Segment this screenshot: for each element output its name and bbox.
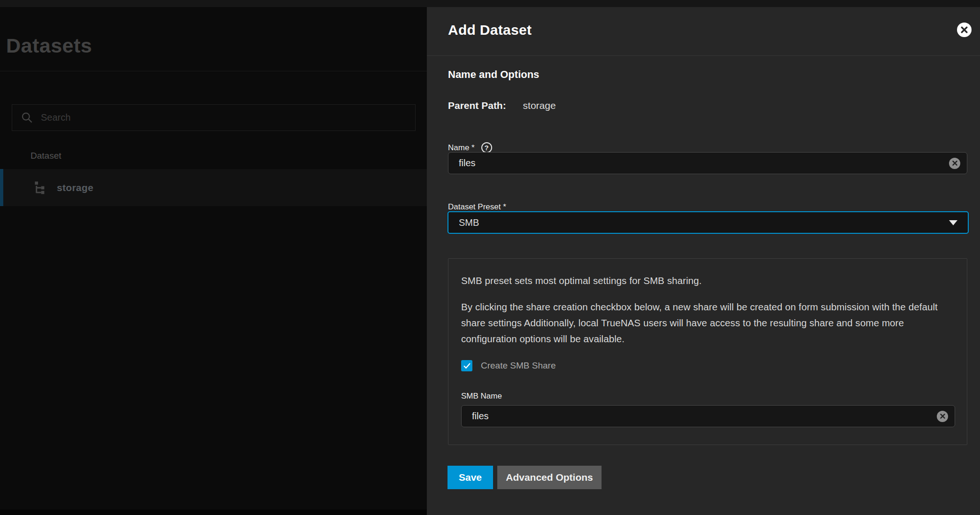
dataset-tree-icon	[32, 180, 47, 195]
form-actions: Save Advanced Options	[448, 466, 602, 489]
search-icon	[21, 111, 33, 124]
datasets-page-background: Datasets Dataset storage	[0, 7, 427, 515]
clear-smb-name-button[interactable]	[937, 411, 948, 422]
create-smb-share-label: Create SMB Share	[481, 361, 556, 371]
close-button[interactable]	[957, 23, 972, 37]
clear-name-button[interactable]	[949, 158, 960, 169]
clear-icon	[940, 413, 946, 419]
parent-path-value: storage	[523, 100, 556, 111]
console-footer-strip	[0, 509, 427, 515]
name-label-row: Name * ?	[448, 142, 492, 153]
preset-field-label: Dataset Preset *	[448, 202, 506, 212]
checkmark-icon	[463, 362, 471, 370]
column-header-dataset: Dataset	[31, 151, 61, 161]
create-smb-share-checkbox[interactable]	[461, 360, 472, 371]
search-input[interactable]	[41, 112, 407, 123]
parent-path-label: Parent Path:	[448, 100, 506, 111]
create-smb-share-row: Create SMB Share	[461, 360, 556, 371]
save-button[interactable]: Save	[448, 466, 493, 489]
dataset-row-label: storage	[57, 182, 93, 193]
preset-selected-value: SMB	[459, 217, 479, 228]
name-input[interactable]	[459, 158, 949, 169]
name-field[interactable]	[448, 152, 967, 174]
panel-title: Add Dataset	[448, 22, 532, 38]
smb-name-field[interactable]	[461, 405, 955, 427]
preset-info-line1: SMB preset sets most optimal settings fo…	[461, 273, 955, 289]
chevron-down-icon	[949, 220, 957, 225]
parent-path: Parent Path: storage	[448, 100, 556, 111]
name-field-label: Name *	[448, 143, 475, 153]
close-icon	[960, 26, 968, 34]
dataset-search-box[interactable]	[12, 104, 416, 131]
preset-info-line2: By clicking the share creation checkbox …	[461, 299, 955, 347]
dataset-row-storage[interactable]: storage	[0, 169, 427, 206]
page-title: Datasets	[6, 34, 92, 57]
clear-icon	[952, 160, 958, 166]
header-divider	[0, 71, 427, 71]
add-dataset-panel: Add Dataset Name and Options Parent Path…	[427, 7, 980, 515]
smb-name-label: SMB Name	[461, 392, 502, 401]
dataset-preset-select[interactable]: SMB	[448, 211, 969, 234]
smb-preset-info-box: SMB preset sets most optimal settings fo…	[448, 258, 967, 445]
panel-header: Add Dataset	[427, 7, 980, 56]
help-icon[interactable]: ?	[481, 142, 492, 153]
smb-name-input[interactable]	[472, 411, 937, 422]
section-title: Name and Options	[448, 69, 539, 81]
advanced-options-button[interactable]: Advanced Options	[497, 466, 602, 489]
top-app-strip	[0, 0, 980, 7]
